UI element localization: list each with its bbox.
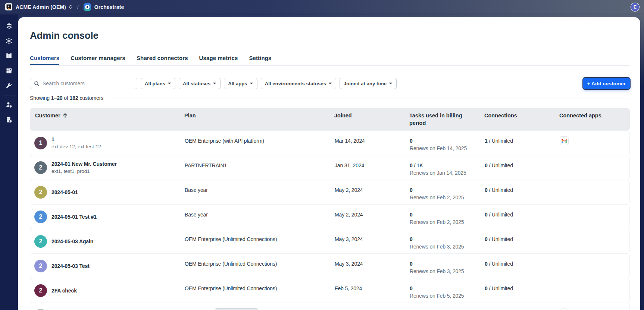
chevron-up-down-icon[interactable] (69, 5, 72, 9)
customer-name[interactable]: 2024-05-01 Test #1 (51, 213, 97, 221)
customer-name[interactable]: 2FA check (51, 287, 77, 294)
renews-on: Renews on Feb 5, 2025 (410, 292, 479, 300)
acme-logo-icon[interactable] (5, 3, 12, 10)
filter-environments-dropdown[interactable]: All environments statuses (261, 78, 336, 89)
joined-cell: May 2, 2024 (335, 180, 410, 204)
customer-avatar: 2 (34, 161, 47, 174)
customer-avatar: 2 (34, 284, 47, 297)
table-row[interactable]: 2 2024-01 New Mr. Customer ext1, test1, … (30, 155, 630, 180)
filter-joined-dropdown[interactable]: Joined at any time (340, 78, 397, 89)
renews-on: Renews on Feb 2, 2025 (410, 194, 479, 201)
connected-apps-cell (560, 180, 629, 204)
tab-shared-connectors[interactable]: Shared connectors (137, 54, 188, 65)
customers-table: Customer Plan Joined Tasks used in billi… (30, 108, 630, 310)
search-box[interactable] (30, 78, 137, 89)
sidebar-item-layers[interactable] (0, 19, 18, 34)
connections-cell: 0 / Unlimited (485, 205, 560, 229)
column-header-connections[interactable]: Connections (484, 112, 559, 119)
sidebar-item-tools[interactable] (0, 78, 18, 93)
search-icon (34, 81, 40, 86)
main-card: Admin console Customers Customer manager… (18, 17, 640, 310)
plan-cell: Base year (185, 180, 335, 204)
sidebar-item-customer-admins[interactable] (0, 97, 18, 112)
customer-cell: 1 1 ext-dev-12, ext-test-12 (30, 131, 185, 155)
search-input[interactable] (43, 80, 133, 86)
table-row[interactable]: 2 2024-05-03 Again OEM Enterprise (Unlim… (30, 229, 630, 254)
customer-avatar: 2 (34, 211, 47, 223)
customer-cell: 2 2024-05-03 Test (30, 254, 185, 278)
topbar: ACME Admin (OEM) / Orchestrate E (0, 0, 644, 14)
table-row[interactable]: 2 2024-05-03 Test OEM Enterprise (Unlimi… (30, 253, 630, 278)
summary-divider-line (110, 98, 630, 98)
sidebar-item-hub[interactable] (0, 34, 18, 48)
customer-cell (30, 303, 185, 310)
connected-apps-cell (560, 155, 629, 180)
sidebar-item-library[interactable] (0, 48, 18, 63)
renews-on: Renews on Feb 2, 2025 (410, 218, 479, 226)
acme-rocket-badge-graphic (6, 4, 12, 10)
plan-cell: OEM Enterprise (Unlimited Connections) (185, 254, 335, 278)
filter-statuses-label: All statuses (183, 81, 210, 86)
tasks-cell: 0 Renews on Feb 3, 2025 (410, 229, 485, 253)
column-header-joined[interactable]: Joined (334, 112, 409, 119)
sidebar-item-apps[interactable] (0, 63, 18, 78)
column-header-customer[interactable]: Customer (30, 112, 184, 119)
customer-name[interactable]: 1 (51, 136, 101, 143)
customer-name[interactable]: 2024-05-01 (51, 189, 78, 196)
customer-cell: 2 2024-01 New Mr. Customer ext1, test1, … (30, 155, 185, 180)
gmail-app-icon[interactable] (560, 136, 569, 145)
customer-name[interactable]: 2024-01 New Mr. Customer (51, 160, 117, 168)
hub-icon (5, 37, 13, 45)
sidebar (0, 15, 18, 310)
joined-cell: May 3, 2024 (335, 229, 410, 253)
tasks-cell: 0 Renews on Feb 5, 2025 (410, 278, 485, 303)
filter-environments-label: All environments statuses (265, 81, 326, 86)
caret-down-icon (168, 82, 171, 85)
table-row[interactable]: 2 2FA check OEM Enterprise (Unlimited Co… (30, 278, 630, 303)
column-header-connected-apps[interactable]: Connected apps (559, 112, 630, 119)
user-avatar[interactable]: E (631, 3, 640, 12)
customer-avatar (34, 309, 47, 310)
customer-avatar: 2 (34, 186, 47, 199)
tab-settings[interactable]: Settings (249, 54, 271, 65)
connected-apps-cell (560, 131, 629, 155)
filter-statuses-dropdown[interactable]: All statuses (179, 78, 221, 89)
plan-pill[interactable] (214, 308, 259, 310)
connections-cell: 0 / Unlimited (485, 155, 560, 180)
caret-down-icon (213, 82, 216, 85)
connected-apps-cell (560, 278, 629, 303)
product-name[interactable]: Orchestrate (94, 4, 124, 10)
customer-avatar: 1 (34, 137, 47, 149)
plan-cell: PARTNERTRAIN1 (185, 155, 335, 180)
grid-icon (5, 67, 13, 75)
customer-name[interactable]: 2024-05-03 Again (51, 238, 93, 245)
filter-apps-dropdown[interactable]: All apps (224, 78, 257, 89)
filter-apps-label: All apps (228, 81, 247, 86)
tab-customer-managers[interactable]: Customer managers (71, 54, 125, 65)
doc-shield-icon (5, 116, 13, 123)
table-row[interactable]: 2 2024-05-01 Base year May 2, 2024 0 Ren… (30, 180, 630, 205)
customer-text: 2024-01 New Mr. Customer ext1, test1, pr… (51, 160, 117, 175)
tab-customers[interactable]: Customers (30, 54, 59, 65)
filter-plans-dropdown[interactable]: All plans (141, 78, 175, 89)
column-header-tasks[interactable]: Tasks used in billing period (409, 112, 484, 127)
brand-name[interactable]: ACME Admin (OEM) (16, 4, 66, 10)
connected-app-icon[interactable] (560, 309, 569, 310)
sidebar-item-audit-log[interactable] (0, 112, 18, 127)
customer-avatar: 2 (34, 260, 47, 272)
table-row[interactable]: 2 2024-05-01 Test #1 Base year May 2, 20… (30, 204, 630, 229)
customer-name[interactable]: 2024-05-03 Test (51, 262, 90, 270)
table-row[interactable]: 1 1 ext-dev-12, ext-test-12 OEM Enterpri… (30, 130, 630, 155)
plan-cell: OEM Enterprise (Unlimited Connections) (185, 229, 335, 253)
plan-cell: Base year (185, 205, 335, 229)
column-header-plan[interactable]: Plan (184, 112, 334, 119)
customer-avatar: 2 (34, 235, 47, 248)
tasks-cell: 0 Renews on Feb 2, 2025 (410, 180, 485, 204)
connected-apps-cell (560, 205, 629, 229)
table-row-partial[interactable] (30, 303, 630, 310)
add-customer-button[interactable]: + Add customer (583, 78, 630, 89)
renews-on: Renews on Feb 3, 2025 (410, 268, 479, 275)
tab-usage-metrics[interactable]: Usage metrics (199, 54, 238, 65)
orchestrate-logo-icon[interactable] (84, 3, 91, 11)
orchestrate-graphic (84, 3, 91, 11)
